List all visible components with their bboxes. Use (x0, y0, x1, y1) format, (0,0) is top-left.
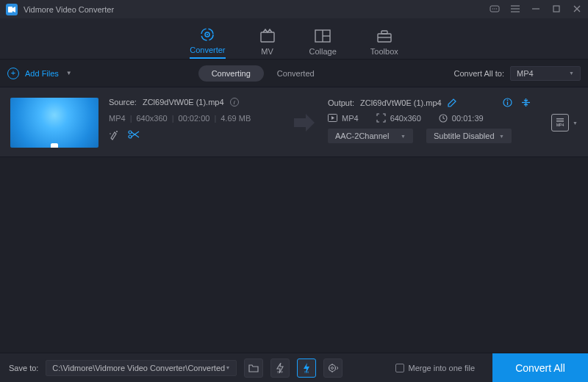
tab-label: Collage (309, 47, 337, 56)
save-path-select[interactable]: C:\Vidmore\Vidmore Video Converter\Conve… (46, 360, 237, 376)
source-size: 4.69 MB (220, 114, 251, 123)
target-format-label: MP4 (556, 123, 564, 127)
tab-mv[interactable]: MV (259, 28, 276, 59)
tab-label: Converter (190, 46, 225, 54)
svg-point-24 (129, 131, 132, 134)
merge-label: Merge into one file (409, 364, 476, 372)
svg-text:OFF: OFF (277, 370, 284, 373)
video-icon (328, 114, 337, 122)
source-format: MP4 (109, 114, 126, 123)
maximize-icon[interactable] (551, 5, 562, 14)
media-item: Source: ZCl69dVtW0E (1).mp4 i MP4| 640x3… (0, 87, 588, 157)
app-title: Vidmore Video Converter (24, 5, 114, 14)
svg-rect-9 (553, 6, 559, 12)
output-label: Output: (328, 98, 354, 107)
segment-converting[interactable]: Converting (198, 65, 264, 82)
convert-button-label: Convert All (515, 362, 565, 374)
convert-all-to-value: MP4 (517, 69, 534, 78)
add-files-label: Add Files (25, 69, 59, 78)
tab-toolbox[interactable]: Toolbox (370, 28, 398, 59)
mv-icon (259, 28, 276, 44)
target-format-button[interactable]: MP4 (551, 114, 569, 131)
svg-text:ON: ON (304, 370, 309, 373)
gpu-accel-button[interactable]: ON (297, 358, 316, 378)
status-segmented: Converting Converted (198, 65, 328, 82)
source-resolution: 640x360 (136, 114, 167, 123)
main-tabs: Converter MV Collage Toolbox (0, 18, 588, 60)
chevron-down-icon: ▼ (499, 134, 504, 139)
output-format: MP4 (342, 114, 359, 123)
convert-all-button[interactable]: Convert All (492, 353, 588, 383)
svg-point-30 (507, 99, 509, 101)
plus-circle-icon: + (7, 68, 19, 79)
tab-label: Toolbox (370, 47, 398, 56)
toolbox-icon (376, 28, 392, 44)
convert-all-to-select[interactable]: MP4 ▼ (510, 66, 581, 81)
output-panel: Output: ZCl69dVtW0E (1).mp4 (328, 98, 531, 148)
checkbox-icon (395, 364, 404, 372)
resolution-icon (376, 113, 386, 123)
output-filename: ZCl69dVtW0E (1).mp4 (360, 98, 442, 107)
converter-icon (199, 26, 215, 43)
source-panel: Source: ZCl69dVtW0E (1).mp4 i MP4| 640x3… (109, 98, 279, 148)
chevron-down-icon: ▼ (225, 365, 230, 370)
save-path-value: C:\Vidmore\Vidmore Video Converter\Conve… (52, 364, 225, 372)
hardware-accel-button[interactable]: OFF (270, 358, 290, 378)
convert-all-to-label: Convert All to: (454, 69, 504, 78)
edit-name-icon[interactable] (448, 98, 456, 107)
source-meta: MP4| 640x360| 00:02:00| 4.69 MB (109, 114, 279, 123)
segment-converted[interactable]: Converted (264, 65, 328, 82)
compress-icon[interactable] (521, 98, 531, 107)
bottom-bar: Save to: C:\Vidmore\Vidmore Video Conver… (0, 353, 588, 382)
video-thumbnail[interactable] (10, 98, 98, 148)
subtitle-select[interactable]: Subtitle Disabled ▼ (426, 129, 512, 143)
save-to-label: Save to: (9, 364, 38, 372)
chevron-down-icon[interactable]: ▼ (573, 120, 578, 126)
svg-point-25 (129, 135, 132, 138)
chevron-down-icon: ▼ (66, 70, 72, 76)
svg-rect-15 (261, 32, 274, 42)
add-files-button[interactable]: + Add Files ▼ (7, 68, 72, 79)
source-label: Source: (109, 98, 137, 107)
merge-checkbox[interactable]: Merge into one file (395, 364, 476, 372)
effects-icon[interactable] (109, 130, 119, 140)
feedback-icon[interactable] (490, 5, 500, 14)
svg-point-36 (329, 364, 335, 371)
source-duration: 00:02:00 (179, 114, 210, 123)
svg-rect-0 (8, 7, 12, 12)
clock-icon (439, 114, 448, 123)
toolbar: + Add Files ▼ Converting Converted Conve… (0, 60, 588, 87)
details-icon[interactable] (503, 98, 512, 107)
settings-button[interactable] (323, 358, 343, 378)
output-duration: 00:01:39 (452, 114, 484, 123)
svg-rect-20 (381, 31, 387, 34)
subtitle-select-value: Subtitle Disabled (434, 131, 495, 140)
arrow-icon (290, 98, 318, 148)
app-logo (6, 4, 18, 15)
audio-select[interactable]: AAC-2Channel ▼ (328, 129, 413, 143)
audio-select-value: AAC-2Channel (335, 131, 389, 140)
source-filename: ZCl69dVtW0E (1).mp4 (143, 98, 224, 107)
minimize-icon[interactable] (531, 5, 541, 14)
tab-converter[interactable]: Converter (190, 26, 225, 59)
tab-label: MV (261, 47, 273, 56)
svg-point-2 (492, 8, 493, 9)
trim-icon[interactable] (128, 130, 140, 140)
svg-point-4 (496, 8, 497, 9)
svg-point-23 (110, 133, 111, 134)
info-icon[interactable]: i (230, 98, 239, 107)
svg-point-22 (116, 131, 118, 132)
collage-icon (315, 28, 331, 44)
output-resolution: 640x360 (390, 114, 421, 123)
tab-collage[interactable]: Collage (309, 28, 337, 59)
svg-line-26 (132, 132, 139, 137)
close-icon[interactable] (572, 5, 582, 14)
svg-line-27 (132, 131, 139, 137)
svg-point-14 (207, 34, 208, 35)
open-folder-button[interactable] (244, 358, 263, 378)
chevron-down-icon: ▼ (401, 134, 406, 139)
titlebar: Vidmore Video Converter (0, 0, 588, 18)
menu-icon[interactable] (510, 5, 520, 14)
svg-point-3 (494, 8, 495, 9)
empty-area (0, 157, 588, 382)
